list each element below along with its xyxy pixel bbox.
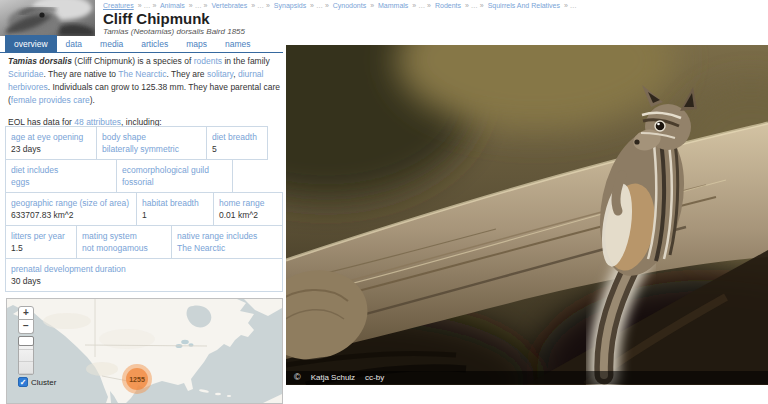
breadcrumb-separator[interactable]: » … » (189, 2, 208, 9)
link-solitary[interactable]: solitary (207, 69, 233, 79)
attribute-value-link[interactable]: bilaterally symmetric (102, 143, 201, 155)
chipmunk-photo-illustration (286, 45, 768, 385)
attribute-name-link[interactable]: habitat breadth (142, 197, 208, 209)
attribute-name-link[interactable]: native range includes (177, 230, 277, 242)
link-rodents[interactable]: rodents (194, 56, 222, 66)
cluster-checkbox-label: Cluster (31, 378, 56, 387)
link-sciuridae[interactable]: Sciuridae (8, 69, 43, 79)
photo-credit-link[interactable]: Katja Schulz (311, 373, 355, 382)
eol-taxon-page: Creatures » … » Animals » … » Vertebrate… (0, 0, 768, 404)
attribute-cell: diet includes eggs (5, 159, 117, 193)
map-zoom-in-button[interactable]: + (18, 306, 34, 320)
tab-bar: overview data media articles maps names (0, 36, 283, 53)
breadcrumb-link-animals[interactable]: Animals (160, 2, 185, 9)
range-map[interactable]: + − ✓ Cluster 1255 (6, 298, 283, 404)
link-diurnal[interactable]: diurnal (238, 69, 264, 79)
attribute-name-link[interactable]: body shape (102, 131, 201, 143)
attribute-value-link[interactable]: The Nearctic (177, 242, 277, 254)
attribute-name-link[interactable]: mating system (82, 230, 166, 242)
breadcrumb-link-creatures[interactable]: Creatures (103, 2, 134, 9)
tab-data[interactable]: data (57, 35, 92, 52)
breadcrumb-link-squirrels[interactable]: Squirrels And Relatives (488, 2, 560, 9)
attribute-cell: ecomorphological guild fossorial (116, 159, 233, 193)
attribute-name-link[interactable]: ecomorphological guild (122, 164, 227, 176)
breadcrumb-separator[interactable]: » … » (412, 2, 431, 9)
breadcrumb-link-synapsids[interactable]: Synapsids (274, 2, 306, 9)
attribute-name-link[interactable]: home range (219, 197, 277, 209)
attribute-name-link[interactable]: diet breadth (212, 131, 262, 143)
attribute-cell: home range 0.01 km^2 (213, 192, 283, 226)
link-herbivores[interactable]: herbivores (8, 82, 48, 92)
attribute-cell: prenatal development duration 30 days (5, 258, 283, 292)
table-row: litters per year 1.5 mating system not m… (5, 226, 283, 259)
attribute-cell: body shape bilaterally symmetric (96, 126, 207, 160)
tab-maps[interactable]: maps (177, 35, 216, 52)
attribute-name-link[interactable]: geographic range (size of area) (11, 197, 131, 209)
photo-attribution-bar: © Katja Schulz cc-by (286, 371, 768, 384)
attribute-value: 1 (142, 209, 208, 221)
attribute-cell: diet breadth 5 (206, 126, 268, 160)
table-row: prenatal development duration 30 days (5, 259, 283, 292)
map-zoom-slider[interactable] (18, 337, 34, 375)
attribute-value: 1.5 (11, 242, 71, 254)
map-zoom-slider-handle[interactable] (18, 336, 34, 346)
table-row: geographic range (size of area) 633707.8… (5, 193, 283, 226)
breadcrumb-link-mammals[interactable]: Mammals (378, 2, 408, 9)
attribute-value: 5 (212, 143, 262, 155)
attribute-value: 0.01 km^2 (219, 209, 277, 221)
breadcrumb-separator[interactable]: » … » (251, 2, 270, 9)
taxon-thumbnail-image[interactable] (0, 0, 95, 36)
map-cluster-marker[interactable]: 1255 (122, 364, 152, 394)
tab-media[interactable]: media (91, 35, 132, 52)
main-photo[interactable]: © Katja Schulz cc-by (286, 45, 768, 385)
link-female-provides-care[interactable]: female provides care (11, 95, 90, 105)
attribute-cell: habitat breadth 1 (136, 192, 214, 226)
attribute-value: 23 days (11, 143, 91, 155)
attribute-value-link[interactable]: fossorial (122, 176, 227, 188)
breadcrumb-separator[interactable]: » … » (310, 2, 329, 9)
page-title: Cliff Chipmunk (103, 10, 210, 27)
link-nearctic[interactable]: The Nearctic (118, 69, 166, 79)
species-binomial: Tamias dorsalis (8, 56, 72, 66)
thumbnail-illustration (0, 0, 95, 36)
attribute-cell: age at eye opening 23 days (5, 126, 97, 160)
tab-articles[interactable]: articles (132, 35, 177, 52)
breadcrumb-separator[interactable]: » … » (138, 2, 157, 9)
breadcrumb-separator[interactable]: » … » (465, 2, 484, 9)
attribute-name-link[interactable]: prenatal development duration (11, 263, 277, 275)
attributes-table: age at eye opening 23 days body shape bi… (5, 126, 283, 292)
cluster-marker-count: 1255 (126, 368, 148, 390)
attribute-value: 633707.83 km^2 (11, 209, 131, 221)
cluster-checkbox[interactable]: ✓ (18, 377, 28, 387)
attribute-cell: litters per year 1.5 (5, 225, 77, 259)
photo-license-link[interactable]: cc-by (365, 373, 384, 382)
breadcrumb-separator[interactable]: » … (564, 2, 577, 9)
breadcrumb-link-rodents[interactable]: Rodents (435, 2, 461, 9)
breadcrumb: Creatures » … » Animals » … » Vertebrate… (103, 2, 579, 9)
map-zoom-out-button[interactable]: − (18, 320, 34, 334)
breadcrumb-separator: » (370, 2, 374, 9)
tab-overview[interactable]: overview (5, 35, 57, 52)
attribute-cell: geographic range (size of area) 633707.8… (5, 192, 137, 226)
breadcrumb-link-vertebrates[interactable]: Vertebrates (211, 2, 247, 9)
attribute-name-link[interactable]: age at eye opening (11, 131, 91, 143)
copyright-icon: © (294, 371, 301, 384)
attribute-value: 30 days (11, 275, 277, 287)
attribute-value-link[interactable]: not monogamous (82, 242, 166, 254)
attribute-name-link[interactable]: diet includes (11, 164, 111, 176)
table-row: age at eye opening 23 days body shape bi… (5, 126, 283, 160)
summary-paragraph: Tamias dorsalis (Cliff Chipmunk) is a sp… (8, 55, 282, 107)
attribute-cell: native range includes The Nearctic (171, 225, 283, 259)
breadcrumb-link-cynodonts[interactable]: Cynodonts (333, 2, 366, 9)
attribute-name-link[interactable]: litters per year (11, 230, 71, 242)
attribute-value-link[interactable]: eggs (11, 176, 111, 188)
attribute-cell: mating system not monogamous (76, 225, 172, 259)
table-row: diet includes eggs ecomorphological guil… (5, 160, 283, 193)
tab-names[interactable]: names (216, 35, 260, 52)
cluster-toggle[interactable]: ✓ Cluster (18, 377, 56, 387)
